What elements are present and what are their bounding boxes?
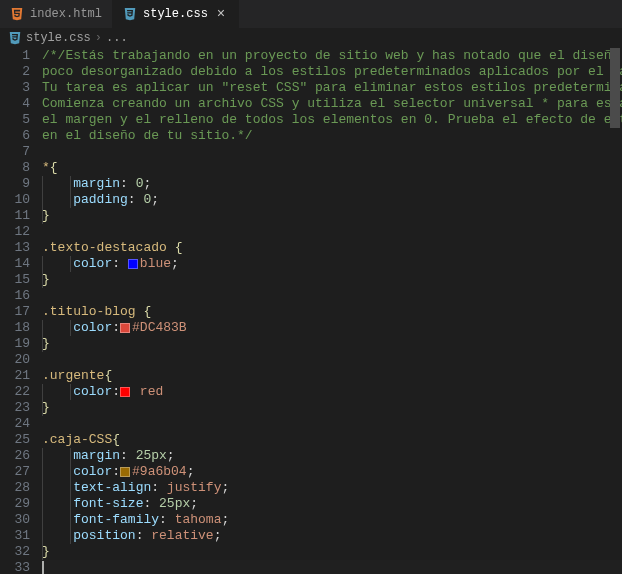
code-line[interactable]: Tu tarea es aplicar un "reset CSS" para …: [42, 80, 622, 96]
code-line[interactable]: text-align: justify;: [42, 480, 622, 496]
line-number: 30: [0, 512, 30, 528]
code-line[interactable]: padding: 0;: [42, 192, 622, 208]
code-line[interactable]: }: [42, 272, 622, 288]
line-number: 27: [0, 464, 30, 480]
line-number: 19: [0, 336, 30, 352]
tab-index-html[interactable]: index.html: [0, 0, 113, 28]
code-line[interactable]: color:#9a6b04;: [42, 464, 622, 480]
css-icon: [123, 7, 137, 21]
tab-style-css[interactable]: style.css ×: [113, 0, 239, 28]
code-line[interactable]: margin: 25px;: [42, 448, 622, 464]
line-number: 1: [0, 48, 30, 64]
code-line[interactable]: margin: 0;: [42, 176, 622, 192]
line-number: 9: [0, 176, 30, 192]
code-line[interactable]: en el diseño de tu sitio.*/: [42, 128, 622, 144]
line-number: 16: [0, 288, 30, 304]
code-line[interactable]: .titulo-blog {: [42, 304, 622, 320]
line-number: 28: [0, 480, 30, 496]
line-number-gutter: 1234567891011121314151617181920212223242…: [0, 48, 42, 574]
line-number: 13: [0, 240, 30, 256]
line-number: 12: [0, 224, 30, 240]
html-icon: [10, 7, 24, 21]
code-line[interactable]: color: red: [42, 384, 622, 400]
code-line[interactable]: }: [42, 400, 622, 416]
code-line[interactable]: position: relative;: [42, 528, 622, 544]
code-line[interactable]: color:#DC483B: [42, 320, 622, 336]
line-number: 17: [0, 304, 30, 320]
line-number: 33: [0, 560, 30, 574]
line-number: 5: [0, 112, 30, 128]
line-number: 20: [0, 352, 30, 368]
chevron-right-icon: ›: [95, 31, 102, 45]
line-number: 22: [0, 384, 30, 400]
code-line[interactable]: }: [42, 208, 622, 224]
breadcrumb-more[interactable]: ...: [106, 31, 128, 45]
code-content[interactable]: /*/Estás trabajando en un proyecto de si…: [42, 48, 622, 574]
code-line[interactable]: /*/Estás trabajando en un proyecto de si…: [42, 48, 622, 64]
code-line[interactable]: font-family: tahoma;: [42, 512, 622, 528]
code-line[interactable]: Comienza creando un archivo CSS y utiliz…: [42, 96, 622, 112]
code-line[interactable]: poco desorganizado debido a los estilos …: [42, 64, 622, 80]
line-number: 2: [0, 64, 30, 80]
line-number: 32: [0, 544, 30, 560]
breadcrumb-file[interactable]: style.css: [26, 31, 91, 45]
code-line[interactable]: [42, 560, 622, 574]
code-line[interactable]: .urgente{: [42, 368, 622, 384]
line-number: 31: [0, 528, 30, 544]
line-number: 21: [0, 368, 30, 384]
close-icon[interactable]: ×: [214, 7, 228, 21]
line-number: 3: [0, 80, 30, 96]
code-line[interactable]: el margen y el relleno de todos los elem…: [42, 112, 622, 128]
code-line[interactable]: *{: [42, 160, 622, 176]
line-number: 10: [0, 192, 30, 208]
scrollbar-vertical[interactable]: [610, 48, 620, 128]
code-line[interactable]: [42, 352, 622, 368]
line-number: 29: [0, 496, 30, 512]
code-line[interactable]: }: [42, 336, 622, 352]
tab-label: index.html: [30, 7, 102, 21]
line-number: 15: [0, 272, 30, 288]
code-line[interactable]: [42, 288, 622, 304]
line-number: 25: [0, 432, 30, 448]
code-line[interactable]: }: [42, 544, 622, 560]
code-editor[interactable]: 1234567891011121314151617181920212223242…: [0, 48, 622, 574]
line-number: 6: [0, 128, 30, 144]
tab-label: style.css: [143, 7, 208, 21]
line-number: 18: [0, 320, 30, 336]
code-line[interactable]: font-size: 25px;: [42, 496, 622, 512]
line-number: 24: [0, 416, 30, 432]
code-line[interactable]: .texto-destacado {: [42, 240, 622, 256]
breadcrumb: style.css › ...: [0, 28, 622, 48]
code-line[interactable]: [42, 144, 622, 160]
css-icon: [8, 31, 22, 45]
line-number: 11: [0, 208, 30, 224]
code-line[interactable]: [42, 416, 622, 432]
line-number: 14: [0, 256, 30, 272]
line-number: 26: [0, 448, 30, 464]
line-number: 8: [0, 160, 30, 176]
line-number: 4: [0, 96, 30, 112]
line-number: 23: [0, 400, 30, 416]
line-number: 7: [0, 144, 30, 160]
code-line[interactable]: .caja-CSS{: [42, 432, 622, 448]
code-line[interactable]: color: blue;: [42, 256, 622, 272]
editor-tabs: index.html style.css ×: [0, 0, 622, 28]
code-line[interactable]: [42, 224, 622, 240]
